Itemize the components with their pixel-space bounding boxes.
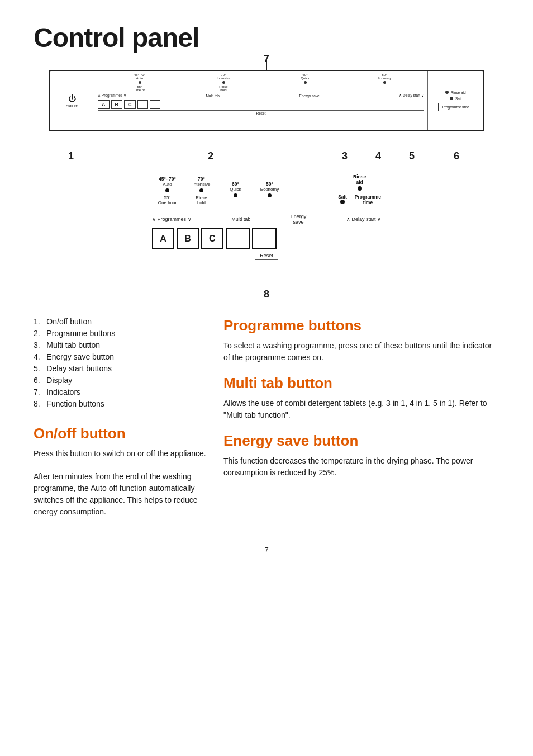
list-item-1-text: On/off button <box>46 317 92 326</box>
auto-off-small: Auto off <box>66 104 78 107</box>
prog-intensive: 70°Intensive Rinsehold <box>213 73 234 92</box>
power-symbol-small: ⏻ <box>68 94 76 103</box>
salt-zp-label: Salt <box>338 194 347 200</box>
programme-time-box: Programme time <box>438 103 473 111</box>
prog-int-top: 70° <box>198 176 205 182</box>
reset-small: Reset <box>98 110 424 115</box>
prog-econ-bottom <box>269 200 270 205</box>
delay-start-ctrl-zp: ∧ Delay start ∨ <box>346 216 381 222</box>
energysave-label-small: Energy save <box>299 94 320 98</box>
multi-tab-ctrl-zp: Multi tab <box>231 216 250 222</box>
panel-left-onoff: ⏻ Auto off <box>50 71 94 130</box>
page-title: Control panel <box>34 22 499 53</box>
salt-label-small: Salt <box>455 97 461 101</box>
energysave-heading: Energy save button <box>223 432 499 450</box>
panel-num-3: 3 <box>328 150 361 162</box>
list-item-3-text: Multi tab button <box>46 341 100 349</box>
panel-right: Rinse aid Salt Programme time <box>427 71 483 130</box>
panel-numbers-row: 1 2 3 4 5 6 <box>49 148 484 162</box>
multitab-heading: Multi tab button <box>223 375 499 392</box>
programme-text: To select a washing programme, press one… <box>223 340 499 363</box>
prog-quick-bottom <box>235 200 236 205</box>
list-item-6-text: Display <box>46 376 72 385</box>
zoomed-indicators: 45°- 70° Auto 55°One hour 70° Intensive … <box>152 174 381 210</box>
diagram-area: 7 ⏻ Auto off 45°-70°Auto 55°One h <box>34 70 499 300</box>
prog-int-dot <box>199 188 203 192</box>
controls-row-small: ∧ Programmes ∨ Multi tab Energy save ∧ D… <box>98 93 424 98</box>
rinse-aid-label-small: Rinse aid <box>450 91 465 94</box>
prog-quick-sub: Quick <box>230 187 241 192</box>
list-item-3: 3. Multi tab button <box>34 341 212 349</box>
prog-int-bottom: Rinsehold <box>196 195 207 205</box>
rinse-aid-zp-label: Rinseaid <box>353 174 366 185</box>
salt-indicator: Salt <box>450 97 461 101</box>
btn-b-small: B <box>111 100 123 109</box>
list-item-7-text: Indicators <box>46 388 80 396</box>
right-column: Programme buttons To select a washing pr… <box>223 317 499 529</box>
zoomed-prog-indicators: 45°- 70° Auto 55°One hour 70° Intensive … <box>152 174 332 205</box>
zoomed-reset: Reset <box>152 252 381 260</box>
panel-num-6: 6 <box>429 150 484 162</box>
rinse-aid-col: Rinseaid <box>353 174 366 192</box>
list-item-5-text: Delay start buttons <box>46 364 112 373</box>
salt-zp-dot <box>340 200 345 204</box>
zp-prog-quick: 60° Quick <box>220 181 251 205</box>
onoff-heading: On/off button <box>34 425 212 442</box>
onoff-para2: After ten minutes from the end of the wa… <box>34 471 212 518</box>
list-item-8-text: Function buttons <box>46 399 104 408</box>
zp-btn-a[interactable]: A <box>152 228 174 249</box>
list-item-5: 5. Delay start buttons <box>34 364 212 373</box>
function-buttons-row: A B C <box>98 100 424 109</box>
page-number: 7 <box>34 546 499 554</box>
prog-selector-zp: ∧ Programmes ∨ <box>152 216 192 222</box>
panel-sketch: ⏻ Auto off 45°-70°Auto 55°One hr 70°Inte… <box>49 70 484 131</box>
programmes-label-small: ∧ Programmes ∨ <box>98 93 126 98</box>
zoomed-panel: 45°- 70° Auto 55°One hour 70° Intensive … <box>144 168 389 266</box>
energysave-text: This function decreases the temperature … <box>223 455 499 479</box>
zp-btn-empty1 <box>226 228 250 249</box>
content-area: 1. On/off button 2. Programme buttons 3.… <box>34 317 499 529</box>
zp-btn-b[interactable]: B <box>177 228 199 249</box>
prog-econ-top: 50° <box>266 181 273 187</box>
zoomed-right-panel: Rinseaid Salt Programmetime <box>332 174 381 205</box>
prog-econ-sub: Economy <box>260 187 279 192</box>
prog-time-label: Programme time <box>442 105 469 109</box>
multitab-label-small: Multi tab <box>206 94 220 98</box>
list-item-7: 7. Indicators <box>34 388 212 396</box>
panel-num-4: 4 <box>361 150 395 162</box>
zp-prog-intensive: 70° Intensive Rinsehold <box>186 176 217 205</box>
rinse-aid-area: Rinse aid <box>445 91 465 94</box>
numbered-list: 1. On/off button 2. Programme buttons 3.… <box>34 317 212 408</box>
energy-save-ctrl-zp: Energysave <box>291 214 307 225</box>
salt-progtime-row: Salt Programmetime <box>338 194 381 205</box>
prog-time-zp-label: Programmetime <box>355 194 381 205</box>
panel-num-1: 1 <box>49 150 93 162</box>
delaystart-label-small: ∧ Delay start ∨ <box>399 93 424 98</box>
prog-auto-sub: Auto <box>163 182 172 187</box>
reset-bracket: Reset <box>255 252 278 260</box>
zoomed-buttons-row: A B C <box>152 228 381 249</box>
zp-prog-auto: 45°- 70° Auto 55°One hour <box>152 176 183 205</box>
multitab-text: Allows the use of combi detergent tablet… <box>223 398 499 421</box>
panel-num-5: 5 <box>395 150 429 162</box>
btn-c-small: C <box>124 100 136 109</box>
list-item-4-text: Energy save button <box>46 352 114 361</box>
zp-btn-empty2 <box>252 228 277 249</box>
programme-heading: Programme buttons <box>223 317 499 334</box>
prog-auto: 45°-70°Auto 55°One hr <box>129 73 150 92</box>
panel-center: 45°-70°Auto 55°One hr 70°Intensive Rinse… <box>94 71 427 130</box>
zp-btn-c[interactable]: C <box>201 228 223 249</box>
list-item-8: 8. Function buttons <box>34 399 212 408</box>
onoff-para1: Press this button to switch on or off th… <box>34 448 212 460</box>
btn-empty1 <box>137 100 148 109</box>
list-item-2-text: Programme buttons <box>46 329 115 338</box>
list-item-1: 1. On/off button <box>34 317 212 326</box>
prog-auto-dot <box>165 188 169 192</box>
prog-time-zp-col: Programmetime <box>355 194 381 205</box>
zp-prog-economy: 50° Economy <box>254 181 285 205</box>
prog-int-sub: Intensive <box>192 182 210 187</box>
rinse-aid-zp-dot <box>358 186 362 191</box>
prog-quick: 60°Quick <box>297 73 313 92</box>
list-item-2: 2. Programme buttons <box>34 329 212 338</box>
indicator-row-top: 45°-70°Auto 55°One hr 70°Intensive Rinse… <box>98 73 424 92</box>
